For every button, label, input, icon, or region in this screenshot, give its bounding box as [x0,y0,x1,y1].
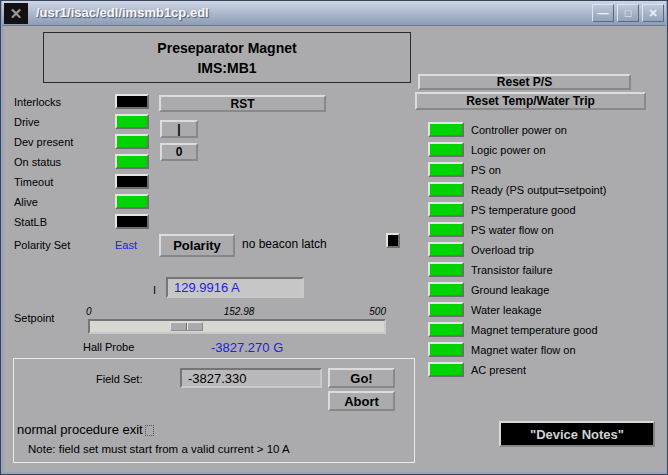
label-overload-trip: Overload trip [471,244,534,256]
setpoint-label: Setpoint [14,312,54,324]
minimize-button[interactable]: — [592,4,614,22]
label-controller-power: Controller power on [471,124,567,136]
indicator-interlocks [115,94,149,109]
label-statlb: StatLB [14,216,47,228]
current-readback-value: 129.9916 A [174,280,240,295]
status-cursor-box [145,425,154,436]
slider-handle[interactable] [170,322,203,331]
indicator-ps-temperature [428,202,464,217]
label-alive: Alive [14,196,38,208]
reset-temp-water-button[interactable]: Reset Temp/Water Trip [415,92,646,110]
label-polarity-set: Polarity Set [14,239,70,251]
maximize-icon: □ [625,8,632,19]
slider-value-tick: 152.98 [211,306,267,317]
slider-max-tick: 500 [353,306,386,317]
maximize-button[interactable]: □ [617,4,639,22]
procedure-status-text: normal procedure exit [17,422,154,437]
label-ready: Ready (PS output=setpoint) [471,184,606,196]
device-title-line2: IMS:MB1 [44,58,410,78]
rst-button[interactable]: RST [159,95,326,112]
indicator-ready [428,182,464,197]
indicator-magnet-water-flow [428,342,464,357]
label-ground-leakage: Ground leakage [471,284,549,296]
indicator-magnet-temperature [428,322,464,337]
indicator-ps-on [428,162,464,177]
beacon-latch-text: no beacon latch [242,237,327,251]
indicator-overload-trip [428,242,464,257]
indicator-logic-power [428,142,464,157]
close-button[interactable]: ✕ [642,4,664,22]
field-set-input[interactable]: -3827.330 [180,368,322,388]
label-logic-power: Logic power on [471,144,546,156]
reset-ps-button[interactable]: Reset P/S [418,74,631,90]
label-ps-water-flow: PS water flow on [471,224,554,236]
indicator-statlb [115,214,149,229]
hall-probe-label: Hall Probe [83,341,134,353]
field-set-label: Field Set: [96,373,142,385]
window-menu-icon: ✕ [10,6,23,21]
label-ps-on: PS on [471,164,501,176]
label-interlocks: Interlocks [14,96,61,108]
label-water-leakage: Water leakage [471,304,542,316]
indicator-controller-power [428,122,464,137]
label-ac-present: AC present [471,364,526,376]
label-on-status: On status [14,156,61,168]
setpoint-slider[interactable] [88,319,386,334]
indicator-water-leakage [428,302,464,317]
abort-button[interactable]: Abort [328,391,395,411]
app-window: ✕ /usr1/isac/edl/imsmb1cp.edl — □ ✕ Pres… [0,0,668,475]
titlebar[interactable]: ✕ /usr1/isac/edl/imsmb1cp.edl — □ ✕ [2,1,666,26]
indicator-ac-present [428,362,464,377]
label-magnet-water-flow: Magnet water flow on [471,344,576,356]
indicator-on-status [115,154,149,169]
minimize-icon: — [598,8,609,19]
label-timeout: Timeout [14,176,53,188]
label-ps-temperature: PS temperature good [471,204,576,216]
go-button[interactable]: Go! [328,368,395,388]
indicator-alive [115,194,149,209]
label-dev-present: Dev present [14,136,73,148]
device-title-box: Preseparator Magnet IMS:MB1 [43,32,411,83]
indicator-dev-present [115,134,149,149]
device-notes-button[interactable]: "Device Notes" [499,421,655,447]
indicator-ps-water-flow [428,222,464,237]
window-title: /usr1/isac/edl/imsmb1cp.edl [36,5,209,20]
indicator-transistor-failure [428,262,464,277]
beacon-latch-indicator [386,233,400,248]
current-label: I [153,284,156,296]
label-magnet-temperature: Magnet temperature good [471,324,598,336]
label-transistor-failure: Transistor failure [471,264,553,276]
hall-probe-value: -3827.270 G [211,340,283,355]
drive-on-button[interactable]: | [160,120,198,138]
device-title-line1: Preseparator Magnet [44,38,410,58]
drive-off-button[interactable]: 0 [160,143,198,161]
slider-min-tick: 0 [86,306,92,317]
polarity-button[interactable]: Polarity [159,234,235,257]
slider-handle-notch [186,323,188,330]
indicator-ground-leakage [428,282,464,297]
indicator-drive [115,114,149,129]
procedure-status-label: normal procedure exit [17,422,143,437]
current-readback-field: 129.9916 A [166,277,304,298]
window-menu-button[interactable]: ✕ [4,3,28,24]
close-icon: ✕ [648,8,657,19]
polarity-value: East [115,239,137,251]
indicator-timeout [115,174,149,189]
label-drive: Drive [14,116,40,128]
field-set-note: Note: field set must start from a valid … [28,443,290,455]
field-set-value: -3827.330 [188,371,247,386]
